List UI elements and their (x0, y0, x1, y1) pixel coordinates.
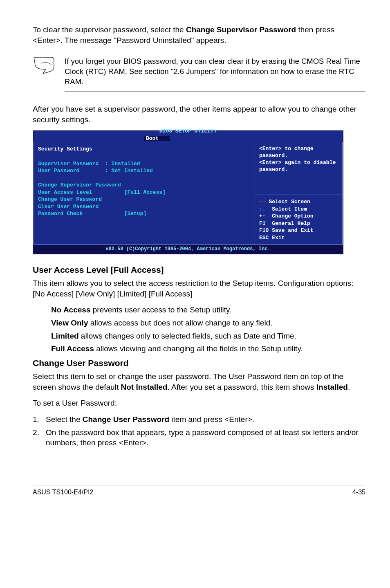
bullet-view-only-rest: allows access but does not allow change … (88, 319, 272, 327)
list-body-1: Select the Change User Password item and… (46, 414, 365, 425)
note-block: If you forget your BIOS password, you ca… (33, 53, 365, 92)
user-access-level-desc: This item allows you to select the acces… (33, 278, 365, 299)
li1-a: Select the (46, 415, 83, 424)
note-text: If you forget your BIOS password, you ca… (65, 53, 365, 92)
intro-text-a: To clear the supervisor password, select… (33, 25, 186, 34)
bullet-view-only-bold: View Only (51, 319, 88, 327)
bios-key-legend: ←→ Select Screen ↑↓ Select Item +- Chang… (255, 195, 342, 245)
intro-bold: Change Supervisor Password (186, 25, 296, 34)
user-access-level-heading: User Access Level [Full Access] (33, 264, 365, 276)
bullet-full-access-rest: allows viewing and changing all the fiel… (94, 344, 303, 353)
cup-bold1: Not Installed (121, 383, 167, 391)
bios-screenshot: BIOS SETUP UTILITY Boot Security Setting… (33, 130, 343, 254)
change-user-password-p1: Select this item to set or change the us… (33, 371, 365, 392)
list-body-2: On the password box that appears, type a… (46, 427, 365, 448)
bullet-no-access-rest: prevents user access to the Setup utilit… (90, 305, 231, 314)
footer-right: 4-35 (352, 488, 365, 497)
bullet-full-access: Full Access allows viewing and changing … (51, 343, 365, 354)
after-note-paragraph: After you have set a supervisor password… (33, 104, 365, 125)
cup-text-b: . After you set a password, this item sh… (167, 383, 316, 391)
list-item-1: 1. Select the Change User Password item … (33, 414, 365, 425)
change-user-password-heading: Change User Password (33, 357, 365, 369)
bios-header: BIOS SETUP UTILITY Boot (34, 131, 343, 142)
bios-left-panel: Security Settings Supervisor Password : … (34, 142, 255, 245)
bios-help-text: <Enter> to change password.<Enter> again… (255, 142, 342, 195)
bios-right-panel: <Enter> to change password.<Enter> again… (255, 142, 343, 245)
list-item-2: 2. On the password box that appears, typ… (33, 427, 365, 448)
intro-paragraph: To clear the supervisor password, select… (33, 25, 365, 45)
bullet-no-access: No Access prevents user access to the Se… (51, 305, 365, 315)
li1-b: item and press <Enter>. (169, 415, 254, 424)
to-set-user-password: To set a User Password: (33, 398, 365, 408)
cup-text-c: . (348, 383, 350, 391)
bullet-limited-rest: allows changes only to selected fields, … (79, 332, 296, 340)
bios-active-tab: Boot (144, 136, 170, 141)
note-icon (33, 56, 56, 75)
security-settings-title: Security Settings (38, 146, 92, 152)
bullet-full-access-bold: Full Access (51, 344, 94, 353)
cup-bold2: Installed (316, 383, 348, 391)
list-num-1: 1. (33, 414, 43, 425)
bios-footer: v02.58 (C)Copyright 1985-2004, American … (34, 245, 343, 253)
bullet-no-access-bold: No Access (51, 305, 90, 314)
footer-left: ASUS TS100-E4/PI2 (33, 488, 93, 497)
page-footer: ASUS TS100-E4/PI2 4-35 (33, 485, 365, 497)
left-right-arrow-icon: ←→ (259, 199, 266, 205)
li1-bold: Change User Password (83, 415, 169, 424)
bullet-view-only: View Only allows access but does not all… (51, 318, 365, 328)
bullet-limited: Limited allows changes only to selected … (51, 331, 365, 341)
bullet-limited-bold: Limited (51, 332, 79, 340)
bios-title: BIOS SETUP UTILITY (34, 127, 343, 135)
list-num-2: 2. (33, 427, 43, 448)
up-down-arrow-icon: ↑↓ (259, 206, 266, 212)
